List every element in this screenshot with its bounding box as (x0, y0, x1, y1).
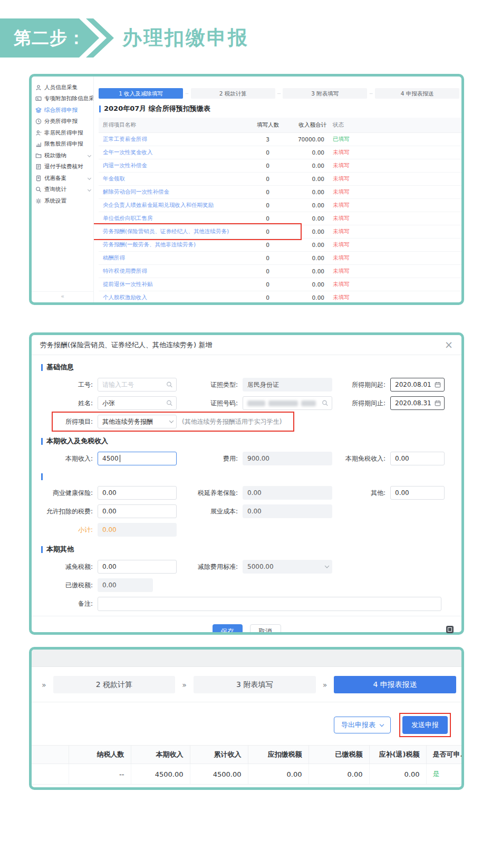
fill-count-cell: 0 (247, 186, 281, 199)
step-tab[interactable]: 3 附表填写 (283, 88, 367, 99)
income-item-link[interactable]: 单位低价向职工售房 (103, 215, 153, 221)
form-row: 商业健康保险: 0.00 税延养老保险: 0.00 其他: 0.00 (41, 486, 452, 500)
remark-input[interactable] (98, 597, 441, 611)
deduct-tax-input[interactable]: 0.00 (98, 504, 177, 518)
summary-column-header: 应扣缴税额 (248, 746, 309, 764)
section-title-deduct (41, 473, 452, 480)
income-item-link[interactable]: 解除劳动合同一次性补偿金 (103, 188, 169, 195)
tax-reduce-input[interactable]: 0.00 (98, 560, 177, 574)
fill-count-cell: 0 (247, 199, 281, 212)
tax-free-input[interactable]: 0.00 (390, 452, 445, 465)
status-badge: 未填写 (329, 159, 461, 173)
calendar-icon[interactable] (435, 400, 441, 406)
income-item-link[interactable]: 提前退休一次性补贴 (103, 281, 153, 287)
gear-icon (35, 198, 42, 204)
income-total-cell: 0.00 (281, 239, 329, 252)
step-tab[interactable]: 2 税款计算 (191, 88, 275, 99)
sidebar-item-label: 查询统计 (44, 186, 66, 193)
income-item-link[interactable]: 正常工资薪金所得 (103, 136, 147, 142)
income-item-select[interactable]: 其他连续劳务报酬 (98, 415, 177, 428)
step-tab[interactable]: 2 税款计算 (53, 676, 176, 693)
save-button[interactable]: 保存 (213, 624, 243, 635)
sidebar-item[interactable]: 专项附加扣除信息采 (32, 93, 93, 105)
income-item-link[interactable]: 全年一次性奖金收入 (103, 149, 153, 155)
summary-column-header: 应补(退)税额 (369, 746, 426, 764)
chart-icon (35, 141, 42, 147)
income-total-cell: 0.00 (281, 291, 329, 303)
tax-reduce-label: 减免税额: (41, 562, 98, 571)
sidebar-item[interactable]: 系统设置 (32, 195, 93, 207)
step-separator: -- (275, 91, 283, 96)
sidebar-item-label: 系统设置 (44, 197, 66, 205)
summary-cell: 0.00 (248, 764, 309, 785)
fill-count-cell: 0 (247, 225, 281, 239)
sidebar-item[interactable]: 综合所得申报 (32, 104, 93, 116)
income-total-cell: 70000.00 (281, 133, 329, 146)
sidebar-collapse-button[interactable]: « (32, 291, 93, 300)
sidebar-item[interactable]: 退付手续费核对 (32, 161, 93, 173)
status-badge: 未填写 (329, 225, 461, 239)
search-icon[interactable] (322, 400, 329, 407)
income-item-link[interactable]: 特许权使用费所得 (103, 268, 147, 274)
cancel-button[interactable]: 取消 (250, 624, 281, 635)
income-item-link[interactable]: 央企负责人绩效薪金延期兑现收入和任期奖励 (103, 202, 214, 208)
section-title-income: 本期收入及免税收入 (41, 436, 452, 446)
export-declaration-label: 导出申报表 (341, 720, 375, 730)
tax-free-label: 本期免税收入: (332, 454, 390, 463)
folder-icon (35, 152, 42, 159)
income-item-link[interactable]: 稿酬所得 (103, 254, 125, 261)
layers-icon (35, 107, 42, 113)
std-deduct-select[interactable]: 5000.00 (243, 560, 332, 574)
sidebar-item[interactable]: 查询统计 (32, 184, 93, 196)
sidebar-menu: 人员信息采集专项附加扣除信息采综合所得申报分类所得申报非居民所得申报限售股所得申… (32, 82, 93, 207)
subtotal-value: 0.00 (98, 523, 177, 537)
job-no-input[interactable] (98, 378, 177, 392)
step-tab[interactable]: 1 收入及减除填写 (99, 88, 183, 99)
sidebar-item[interactable]: 人员信息采集 (32, 82, 93, 93)
search-stats-icon (35, 186, 42, 193)
panel-declaration-send: »2 税款计算»3 附表填写»4 申报表报送 导出申报表 发送申报 纳税人数本期… (29, 647, 464, 790)
other-input[interactable]: 0.00 (390, 486, 445, 500)
sidebar-item-label: 综合所得申报 (44, 107, 78, 114)
column-header: 填写人数 (247, 118, 281, 133)
step-tab[interactable]: 4 申报表报送 (375, 88, 459, 99)
cert-no-input[interactable] (243, 396, 332, 410)
income-item-link[interactable]: 内退一次性补偿金 (103, 162, 147, 168)
period-end-label: 所得期间止: (332, 399, 390, 408)
sidebar-item[interactable]: 优惠备案 (32, 173, 93, 184)
close-icon[interactable]: × (445, 340, 453, 350)
panel-top-bar (32, 650, 461, 667)
sidebar-item[interactable]: 税款缴纳 (32, 150, 93, 161)
income-fill-content: 1 收入及减除填写--2 税款计算--3 附表填写--4 申报表报送 2020年… (94, 77, 461, 302)
send-declaration-button[interactable]: 发送申报 (402, 716, 448, 734)
search-icon[interactable] (166, 381, 173, 388)
step-tab[interactable]: 4 申报表报送 (334, 676, 456, 693)
summary-column-header: 纳税人数 (69, 746, 131, 764)
health-ins-input[interactable]: 0.00 (98, 486, 177, 500)
name-input[interactable] (98, 396, 177, 410)
income-item-link[interactable]: 个人股权激励收入 (103, 294, 147, 300)
step-tab[interactable]: 3 附表填写 (194, 676, 316, 693)
tax-paid-label: 已缴税额: (41, 581, 98, 590)
income-item-link[interactable]: 年金领取 (103, 175, 125, 182)
income-total-cell: 0.00 (281, 225, 329, 239)
current-income-input[interactable]: 4500 (98, 452, 177, 465)
pension-ins-value: 0.00 (243, 486, 332, 500)
status-badge: 未填写 (329, 291, 461, 303)
table-title: 2020年07月 综合所得预扣预缴表 (99, 104, 461, 113)
search-icon[interactable] (166, 400, 173, 407)
status-badge: 未填写 (329, 252, 461, 265)
section-title-other: 本期其他 (41, 545, 452, 554)
sidebar-item[interactable]: 非居民所得申报 (32, 127, 93, 139)
export-declaration-button[interactable]: 导出申报表 (334, 717, 391, 733)
panel-income-fill: 人员信息采集专项附加扣除信息采综合所得申报分类所得申报非居民所得申报限售股所得申… (29, 74, 464, 305)
dialog-titlebar: 劳务报酬(保险营销员、证券经纪人、其他连续劳务) 新增 × (32, 335, 461, 355)
status-badge: 未填写 (329, 186, 461, 199)
sidebar-item[interactable]: 分类所得申报 (32, 116, 93, 128)
table-row: 个人股权激励收入00.00未填写填写 (99, 291, 461, 303)
window-control-icon[interactable] (446, 626, 454, 633)
income-item-link[interactable]: 劳务报酬(一般劳务、其他非连续劳务) (103, 241, 196, 247)
calendar-icon[interactable] (435, 381, 441, 388)
income-item-link[interactable]: 劳务报酬(保险营销员、证券经纪人、其他连续劳务) (103, 228, 229, 234)
sidebar-item[interactable]: 限售股所得申报 (32, 139, 93, 150)
